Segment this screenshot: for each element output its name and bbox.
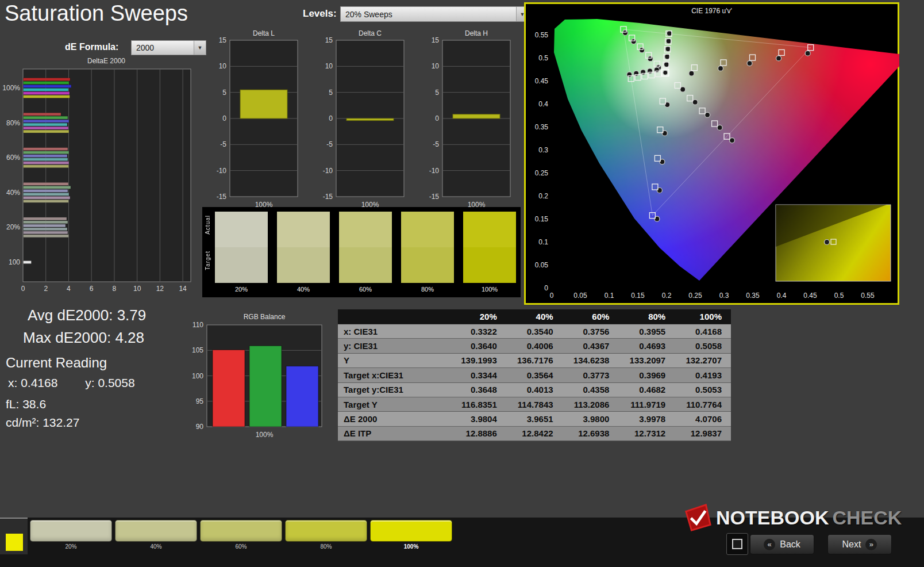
- delta-l-chart: Delta L151050-5-10-15100%: [211, 29, 306, 210]
- chart-text: 0.25: [535, 169, 549, 177]
- de-formula-dropdown[interactable]: 2000 ▼: [131, 40, 206, 55]
- swatch-label: 80%: [401, 286, 454, 293]
- bottom-corner-tab[interactable]: [0, 518, 28, 554]
- deltae-bar: [24, 85, 71, 88]
- deltae-bar: [24, 221, 68, 224]
- chart-text: 90: [196, 423, 204, 431]
- chart-text: 110: [192, 321, 203, 329]
- rgb-bar-green: [249, 346, 282, 427]
- table-cell: 3.9978: [618, 414, 675, 424]
- measured-marker-yellow: [667, 30, 672, 36]
- actual-row-label: Actual: [205, 215, 211, 235]
- chart-text: 100: [192, 372, 203, 380]
- back-button[interactable]: « Back: [750, 534, 814, 554]
- app-root: Saturation Sweeps Levels: 20% Sweeps ▼ d…: [0, 0, 924, 567]
- table-cell: 139.1993: [450, 355, 506, 365]
- thumbnail-swatch: [285, 520, 367, 542]
- next-button[interactable]: Next »: [827, 534, 892, 554]
- chart-text: RGB Balance: [244, 313, 286, 321]
- window-button[interactable]: [726, 533, 748, 555]
- chart-text: 0: [435, 114, 439, 122]
- measured-marker-magenta: [705, 112, 710, 117]
- deltae-bar: [24, 165, 69, 168]
- thumbnail-80%[interactable]: 80%: [285, 520, 367, 552]
- deltae-bar: [24, 217, 67, 220]
- measured-marker-magenta: [730, 138, 735, 143]
- chevron-down-icon[interactable]: ▼: [194, 41, 206, 55]
- table-cell: 132.2707: [675, 355, 731, 365]
- page-title: Saturation Sweeps: [5, 1, 188, 26]
- table-header-cell: 60%: [563, 312, 619, 321]
- table-cell: 113.2086: [563, 400, 619, 409]
- row-label: y: CIE31: [338, 341, 450, 351]
- measured-marker-yellow: [665, 54, 670, 59]
- thumbnail-60%[interactable]: 60%: [200, 520, 282, 552]
- chart-text: 10: [432, 62, 440, 70]
- table-row: Target x:CIE310.33440.35640.37730.39690.…: [338, 368, 731, 382]
- table-cell: 0.3540: [506, 327, 563, 336]
- deltae-bar: [24, 224, 66, 227]
- deltae-bar: [24, 155, 67, 158]
- de-formula-label: dE Formula:: [65, 42, 118, 52]
- measured-marker-red: [718, 66, 723, 71]
- chart-text: 0.4: [777, 292, 787, 300]
- measured-marker-cyan: [627, 72, 632, 77]
- watermark-notebook: NOTEBOOK: [716, 507, 829, 529]
- notebookcheck-watermark: NOTEBOOKCHECK: [683, 503, 902, 532]
- table-cell: 3.9651: [506, 414, 563, 424]
- deltae-bar: [24, 231, 68, 234]
- deltae-2000-chart: DeltaE 200002468101214100%80%60%40%20%10…: [0, 56, 198, 295]
- table-cell: 0.4682: [618, 385, 675, 394]
- chart-text: 0.45: [803, 292, 817, 300]
- levels-dropdown[interactable]: 20% Sweeps ▼: [340, 6, 529, 22]
- delta-h-chart: Delta H151050-5-10-15100%: [424, 29, 519, 210]
- table-cell: 111.9719: [618, 400, 675, 409]
- chart-text: 0.5: [538, 54, 548, 62]
- actual-swatch: [215, 212, 268, 247]
- row-label: Target x:CIE31: [338, 370, 450, 380]
- deltae-bar: [24, 113, 61, 116]
- current-y: y: 0.5058: [85, 376, 134, 389]
- chart-text: 10: [219, 62, 227, 70]
- measured-marker-red: [805, 51, 810, 56]
- rgb-bar-blue: [286, 366, 318, 427]
- deltae-bar: [24, 235, 69, 237]
- measured-marker-yellow: [665, 47, 671, 52]
- current-fl: fL: 38.6: [6, 397, 46, 411]
- current-reading-title: Current Reading: [6, 355, 107, 371]
- swatch-label: 60%: [339, 286, 392, 293]
- measured-marker-cyan: [648, 68, 653, 74]
- current-cdm2: cd/m²: 132.27: [6, 416, 79, 430]
- deltae-bar: [24, 162, 69, 164]
- table-cell: 0.3344: [450, 370, 506, 380]
- thumbnail-100%[interactable]: 100%: [370, 520, 452, 552]
- table-cell: 0.3955: [618, 327, 675, 336]
- deltae-bar: [24, 261, 32, 264]
- deltae-bar: [24, 196, 70, 199]
- chart-text: -15: [429, 193, 440, 201]
- table-cell: 0.3756: [563, 327, 619, 336]
- delta-h-bar: [453, 114, 500, 118]
- chart-text: 0.15: [631, 292, 645, 300]
- chart-text: 20%: [6, 223, 20, 231]
- thumbnail-20%[interactable]: 20%: [30, 520, 112, 552]
- chart-text: 12: [156, 285, 164, 293]
- table-cell: 0.4693: [618, 341, 675, 351]
- de-formula-value: 2000: [136, 43, 194, 52]
- rgb-balance-chart: RGB Balance1101051009590100%: [183, 312, 329, 440]
- chart-text: 0.2: [662, 292, 672, 300]
- chart-text: 4: [67, 285, 71, 293]
- levels-value: 20% Sweeps: [345, 10, 516, 19]
- chart-text: 15: [432, 36, 440, 44]
- delta-l-bar: [240, 90, 287, 118]
- chart-text: -10: [217, 167, 227, 175]
- chart-text: 15: [219, 36, 227, 44]
- chart-text: 2: [44, 285, 48, 293]
- thumbnail-40%[interactable]: 40%: [115, 520, 197, 552]
- thumbnail-label: 80%: [285, 543, 367, 550]
- deltae-bar: [24, 130, 69, 133]
- table-row: y: CIE310.36400.40060.43670.46930.5058: [338, 339, 731, 353]
- max-de2000: Max dE2000: 4.28: [23, 329, 144, 347]
- next-chevron-icon: »: [865, 539, 877, 550]
- row-label: ΔE 2000: [338, 414, 450, 424]
